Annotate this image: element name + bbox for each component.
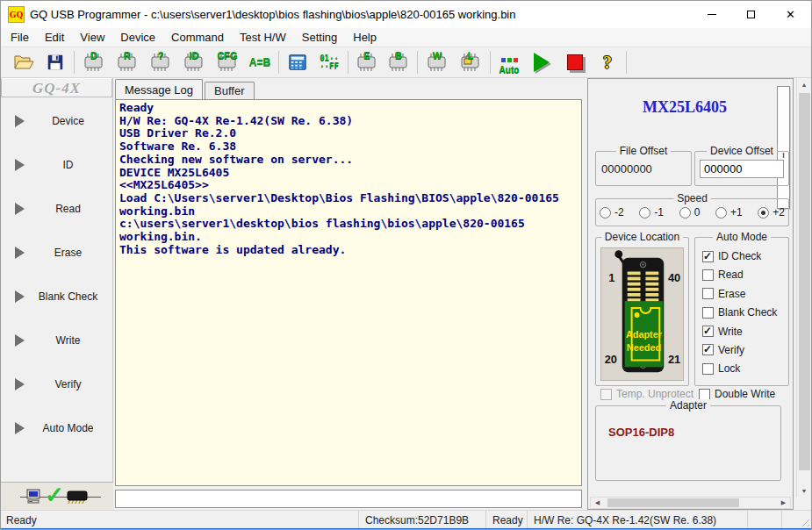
automode-read[interactable]: Read xyxy=(702,269,777,281)
fill-buffer-button[interactable]: 01····FF xyxy=(313,49,345,75)
checkbox-icon[interactable] xyxy=(702,307,714,319)
command-input[interactable] xyxy=(115,490,582,508)
double-write-checkbox[interactable]: Double Write xyxy=(699,388,775,400)
calculator-button[interactable] xyxy=(282,49,313,75)
status-bar: Ready Checksum:52D71B9B Ready H/W Re: GQ… xyxy=(1,510,811,528)
app-logo-text: GQ xyxy=(10,10,24,19)
device-offset-group: Device Offset xyxy=(694,151,789,186)
tab-buffer[interactable]: Buffer xyxy=(205,82,254,99)
menu-file[interactable]: File xyxy=(3,28,37,47)
run-button[interactable] xyxy=(525,49,558,75)
checkbox-icon[interactable] xyxy=(702,344,714,355)
menu-setting[interactable]: Setting xyxy=(294,28,345,47)
radio-icon[interactable] xyxy=(679,207,691,218)
device-info-button[interactable]: i xyxy=(777,86,790,209)
open-file-button[interactable] xyxy=(8,49,40,75)
automode-write[interactable]: Write xyxy=(702,326,777,338)
open-folder-icon xyxy=(13,53,34,72)
menu-test-hw[interactable]: Test H/W xyxy=(232,28,294,47)
sidebar-item-write[interactable]: Write xyxy=(1,319,112,362)
scroll-down-icon[interactable]: ▼ xyxy=(797,488,811,494)
menu-command[interactable]: Command xyxy=(163,28,232,47)
menu-bar: File Edit View Device Command Test H/W S… xyxy=(1,28,811,47)
read-device-button[interactable]: R xyxy=(111,49,144,75)
speed-plus2[interactable]: +2 xyxy=(758,206,785,218)
checkbox-icon[interactable] xyxy=(702,269,714,281)
device-offset-input[interactable] xyxy=(700,160,784,178)
scroll-up-icon[interactable]: ▲ xyxy=(797,82,811,88)
panel-horizontal-scrollbar[interactable]: ◀ ▶ xyxy=(590,497,791,509)
chip-status-icon xyxy=(66,490,89,504)
compare-buffer-button[interactable]: A=B xyxy=(244,49,276,75)
automode-lock[interactable]: Lock xyxy=(702,362,777,375)
test-device-button[interactable]: ? xyxy=(144,49,177,75)
pin-21-label: 21 xyxy=(668,353,680,366)
sidebar-item-verify[interactable]: Verify xyxy=(1,362,112,406)
app-logo-icon: GQ xyxy=(8,6,25,23)
radio-icon[interactable] xyxy=(715,207,727,218)
device-name: MX25L6405 xyxy=(597,98,772,117)
window-title: GQ USB Programmer - c:\users\server1\des… xyxy=(30,8,516,21)
scrollbar-thumb[interactable] xyxy=(607,498,739,507)
menu-view[interactable]: View xyxy=(72,28,112,47)
menu-edit[interactable]: Edit xyxy=(37,28,72,47)
radio-icon[interactable] xyxy=(600,207,611,218)
stop-button[interactable] xyxy=(558,49,592,75)
speed-plus1[interactable]: +1 xyxy=(715,206,743,218)
arrow-right-icon xyxy=(15,290,25,303)
speed-minus1[interactable]: -1 xyxy=(639,206,664,218)
sidebar-item-read[interactable]: Read xyxy=(1,187,112,231)
sidebar-item-blank-check[interactable]: Blank Check xyxy=(1,275,112,319)
sidebar-item-id[interactable]: ID xyxy=(1,143,112,187)
checkbox-icon[interactable] xyxy=(702,251,714,262)
speed-0[interactable]: 0 xyxy=(679,206,701,218)
auto-icon: Auto xyxy=(499,50,520,75)
automode-id-check[interactable]: ID Check xyxy=(702,250,777,262)
radio-icon[interactable] xyxy=(758,207,769,218)
checkbox-icon[interactable] xyxy=(699,389,710,400)
automode-erase[interactable]: Erase xyxy=(702,288,777,300)
vertical-scrollbar[interactable]: ▲ ▼ xyxy=(796,78,811,498)
check-id-button[interactable]: ID xyxy=(177,49,211,75)
help-button[interactable]: ? xyxy=(592,49,623,75)
zif-socket-icon: Adapter Needed 1 40 20 21 xyxy=(601,248,683,378)
auto-mode-group: Auto Mode ID Check Read Erase Blank Chec… xyxy=(694,237,789,386)
pin-1-label: 1 xyxy=(608,271,614,284)
close-icon: ✕ xyxy=(786,9,795,20)
save-file-button[interactable] xyxy=(40,49,71,75)
config-button[interactable]: CFG xyxy=(211,49,244,75)
menu-device[interactable]: Device xyxy=(112,28,163,47)
scroll-right-icon[interactable]: ▶ xyxy=(777,499,790,506)
file-offset-group: File Offset 00000000 xyxy=(595,151,692,186)
checkbox-icon[interactable] xyxy=(702,326,714,337)
scroll-left-icon[interactable]: ◀ xyxy=(591,499,604,506)
checkbox-icon[interactable] xyxy=(702,363,714,375)
speed-minus2[interactable]: -2 xyxy=(600,206,624,218)
scrollbar-thumb[interactable] xyxy=(799,93,810,470)
close-button[interactable]: ✕ xyxy=(771,1,810,28)
erase-button[interactable]: E xyxy=(351,49,383,75)
sidebar-item-auto-mode[interactable]: Auto Mode xyxy=(1,406,112,450)
write-button[interactable]: W xyxy=(420,49,454,75)
checkbox-icon[interactable] xyxy=(702,288,714,299)
minimize-icon xyxy=(708,14,716,15)
sidebar-item-erase[interactable]: Erase xyxy=(1,231,112,275)
stop-icon xyxy=(567,54,583,70)
automode-verify[interactable]: Verify xyxy=(702,344,777,356)
maximize-icon xyxy=(747,11,755,18)
tab-message-log[interactable]: Message Log xyxy=(115,79,203,99)
radio-icon[interactable] xyxy=(639,207,650,218)
minimize-button[interactable] xyxy=(692,1,731,28)
automode-blank-check[interactable]: Blank Check xyxy=(702,306,777,319)
select-device-button[interactable]: D xyxy=(77,49,111,75)
arrow-right-icon xyxy=(15,247,25,259)
auto-mode-button[interactable]: Auto xyxy=(493,49,525,75)
sidebar-item-device[interactable]: Device xyxy=(1,99,112,143)
compare-icon: A=B xyxy=(249,56,270,68)
pin-40-label: 40 xyxy=(668,271,680,284)
menu-help[interactable]: Help xyxy=(345,28,384,47)
lock-button[interactable]: L xyxy=(454,49,487,75)
blank-check-button[interactable]: B xyxy=(383,49,414,75)
maximize-button[interactable] xyxy=(731,1,771,28)
file-offset-value: 00000000 xyxy=(601,162,652,175)
